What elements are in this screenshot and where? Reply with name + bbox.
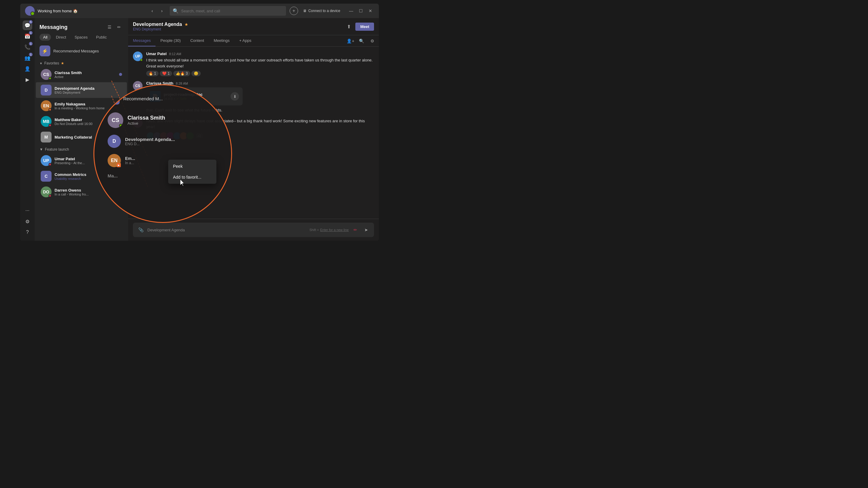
sidebar-item-settings[interactable]: ⚙ [23, 217, 32, 226]
messaging-header-actions: ☰ ✏ [105, 23, 123, 31]
reaction-heart[interactable]: ❤️ 1 [160, 71, 172, 76]
conv-clarissa-smith[interactable]: CS Clarissa Smith Active [36, 67, 127, 82]
search-bar[interactable]: 🔍 [170, 6, 286, 16]
chat-person-add-icon[interactable]: 👤+ [346, 37, 355, 45]
sidebar-item-calendar[interactable]: 📅 1 [23, 31, 32, 41]
cursor [180, 179, 186, 187]
overlay-emily-sub: In a... [125, 161, 135, 165]
sidebar-item-teams[interactable]: ▶ [23, 75, 32, 84]
edit-button[interactable]: ✏ [351, 226, 360, 234]
sidebar-item-more[interactable]: ··· [23, 206, 32, 216]
overlay-clarissa[interactable]: CS Clarissa Smith Active [101, 109, 224, 131]
sidebar-icons: 💬 5 📅 1 📞 1 👥 1 👤 ▶ ··· ⚙ ? [20, 18, 35, 241]
emily-name: Emily Nakagawa [55, 102, 122, 106]
clarissa-info: Clarissa Smith Active [55, 70, 116, 78]
forward-button[interactable]: › [158, 7, 166, 15]
conv-development-agenda[interactable]: D Development Agenda ENG Deployment [36, 82, 127, 98]
chat-input-box: 📎 Development Agenda Shift + Enter for a… [133, 223, 374, 237]
context-menu-peek[interactable]: Peek [168, 161, 216, 172]
overlay-dev-agenda-icon: D [107, 135, 121, 148]
emily-video-badge: ▶ [117, 163, 121, 167]
emily-status-dot [49, 108, 52, 111]
umar-avatar: UP [41, 155, 52, 166]
umar-msg-body: Umar Patel 8:12 AM I think we should all… [146, 52, 374, 76]
tab-meetings[interactable]: Meetings [209, 35, 235, 46]
search-input[interactable] [181, 9, 283, 13]
chat-title-area: Development Agenda ★ ENG Deployment [133, 22, 344, 31]
overlay-dev-agenda-sub: ENG D... [125, 142, 175, 146]
reaction-thumbs[interactable]: 👍🔥 3 [173, 71, 190, 76]
clarissa-msg-time: 8:28 AM [176, 82, 188, 85]
chat-header: Development Agenda ★ ENG Deployment ⬆ Me… [128, 18, 379, 35]
back-button[interactable]: ‹ [148, 7, 156, 15]
overlay-emily-initials: EN [111, 158, 118, 163]
sidebar-item-contacts[interactable]: 👤 [23, 64, 32, 73]
dev-agenda-info: Development Agenda ENG Deployment [55, 86, 122, 94]
chat-settings-icon[interactable]: ⚙ [368, 37, 376, 45]
matthew-status-dot [49, 124, 52, 127]
umar-msg-reactions: 🔥 1 ❤️ 1 👍🔥 3 😊 [146, 71, 374, 76]
overlay-clarissa-name: Clarissa Smith [127, 115, 165, 121]
chat-tabs: Messages People (30) Content Meetings + … [128, 35, 379, 47]
common-metrics-avatar: C [41, 171, 52, 182]
attach-button[interactable]: 📎 [136, 226, 145, 234]
search-icon: 🔍 [173, 8, 179, 14]
umar-status-dot [49, 163, 52, 166]
title-bar: Working from home 🏠 ‹ › 🔍 + 🖥 Connect to… [20, 4, 379, 18]
nav-buttons: ‹ › [148, 7, 166, 15]
send-button[interactable]: ➤ [362, 226, 370, 234]
darren-status-dot [49, 194, 52, 197]
tab-content[interactable]: Content [185, 35, 209, 46]
close-button[interactable]: ✕ [367, 7, 374, 14]
umar-msg-time: 8:12 AM [169, 52, 181, 56]
overlay-clarissa-info: Clarissa Smith Active [127, 115, 165, 126]
recommended-icon: ⚡ [39, 45, 50, 56]
context-menu-add-favorite[interactable]: Add to favorit... [168, 172, 216, 183]
tab-people[interactable]: People (30) [156, 35, 185, 46]
filter-tab-all[interactable]: All [39, 34, 51, 41]
download-button[interactable]: ⬇ [230, 92, 239, 101]
recommended-messages-item[interactable]: ⚡ Recommended Messages [35, 43, 128, 59]
monitor-icon: 🖥 [303, 9, 307, 13]
filter-tabs: All Direct Spaces Public [35, 34, 128, 41]
overlay-dev-agenda[interactable]: D Development Agenda... ENG D... [101, 132, 224, 150]
reaction-smile[interactable]: 😊 [191, 71, 201, 76]
overlay-emily-info: Em... In a... [125, 156, 135, 165]
favorites-section-header[interactable]: ▼ Favorites ★ [35, 59, 128, 67]
overlay-dev-agenda-info: Development Agenda... ENG D... [125, 137, 175, 146]
messaging-menu-button[interactable]: ☰ [105, 23, 114, 31]
favorites-arrow-icon: ▼ [39, 62, 42, 65]
messaging-header: Messaging ☰ ✏ [35, 18, 128, 34]
chat-share-button[interactable]: ⬆ [344, 22, 353, 31]
meet-button[interactable]: Meet [355, 23, 374, 31]
overlay-clarissa-status-text: Active [127, 121, 165, 126]
sidebar-item-help[interactable]: ? [23, 227, 32, 237]
overlay-clarissa-avatar: CS [107, 112, 123, 128]
sidebar-item-people[interactable]: 👥 1 [23, 53, 32, 63]
filter-tab-direct[interactable]: Direct [52, 34, 70, 41]
sidebar-item-calls[interactable]: 📞 1 [23, 42, 32, 52]
feature-launch-label: Feature launch [45, 147, 69, 152]
enter-hint: Enter for a new line [320, 228, 349, 232]
favorites-star-icon: ★ [61, 61, 64, 65]
window-title: Working from home 🏠 [38, 9, 148, 13]
user-avatar[interactable] [25, 6, 35, 16]
filter-tab-public[interactable]: Public [93, 34, 110, 41]
matthew-avatar: MB [41, 116, 52, 127]
window-controls: — ☐ ✕ [347, 7, 374, 14]
dev-agenda-sub: ENG Deployment [55, 91, 122, 94]
tab-messages[interactable]: Messages [128, 35, 156, 46]
input-hint: Shift + Enter for a new line [310, 228, 349, 232]
sidebar-item-chat[interactable]: 💬 5 [23, 21, 32, 30]
reaction-fire[interactable]: 🔥 1 [146, 71, 158, 76]
clarissa-avatar: CS [41, 69, 52, 80]
overlay-emily-avatar: EN ▶ [107, 154, 121, 167]
dev-agenda-name: Development Agenda [55, 86, 122, 91]
minimize-button[interactable]: — [347, 7, 355, 14]
chat-search-icon[interactable]: 🔍 [357, 37, 366, 45]
messaging-compose-button[interactable]: ✏ [115, 23, 123, 31]
filter-tab-spaces[interactable]: Spaces [71, 34, 91, 41]
add-button[interactable]: + [290, 7, 298, 15]
maximize-button[interactable]: ☐ [357, 7, 364, 14]
tab-apps[interactable]: + Apps [235, 35, 256, 46]
